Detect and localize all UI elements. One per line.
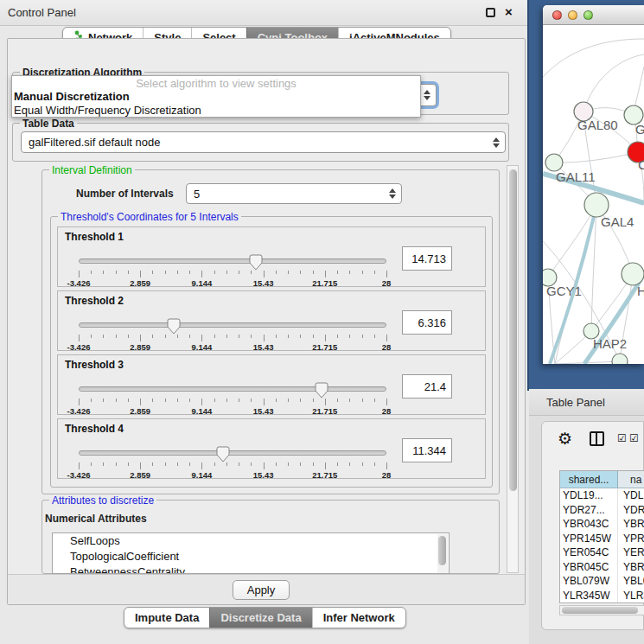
table-horizontal-scrollbar[interactable] [559,605,644,615]
slider-ticks [79,271,386,277]
network-node[interactable] [584,193,609,217]
node-table[interactable]: shared... na YDL19...YDL1YDR27...YDR2YBR… [559,470,644,603]
threshold-slider[interactable] [79,445,386,462]
network-window-titlebar [543,5,644,25]
tab-discretize-data-label: Discretize Data [220,611,301,624]
network-node-label: GAL80 [577,118,618,132]
table-panel-titlebar: Table Panel [529,389,644,416]
threshold-value-field[interactable]: 11.344 [402,438,452,462]
number-of-intervals-value: 5 [194,188,200,201]
network-node-label: C [638,157,644,172]
slider-track[interactable] [79,386,386,392]
slider-tick-labels: -3.4262.8599.14415.4321.71528 [79,470,386,480]
combo-stepper-icon [424,90,430,100]
threshold-label: Threshold 3 [65,359,124,371]
table-row[interactable]: YBR043CYBR0 [560,517,644,532]
slider-handle-icon[interactable] [167,318,181,335]
table-data-group-label: Table Data [20,118,77,130]
apply-button[interactable]: Apply [233,580,290,600]
attribute-list-item[interactable]: SelfLoops [53,533,449,549]
network-node[interactable] [545,154,563,171]
slider-handle-icon[interactable] [249,254,263,271]
table-row[interactable]: YIL052CYIL0 [560,603,644,603]
close-traffic-light-icon[interactable] [552,10,562,20]
table-row[interactable]: YLR345WYLR3 [560,589,644,603]
threshold-value-field[interactable]: 6.316 [402,310,452,335]
tab-infer-network[interactable]: Infer Network [312,608,405,628]
table-panel-inner: ⚙ ☑ ☑ shared... na YDL19...YDL1YDR27...Y… [541,421,644,630]
column-header-name[interactable]: na [618,471,644,488]
table-panel-toolbar: ⚙ ☑ ☑ [542,422,644,456]
panel-title: Control Panel [8,6,76,19]
threshold-label: Threshold 4 [65,423,124,435]
threshold-slider[interactable] [79,253,386,271]
gear-icon[interactable]: ⚙ [558,429,572,449]
table-data-combo-value: galFiltered.sif default node [29,136,160,149]
slider-track[interactable] [79,322,386,328]
numerical-attributes-list[interactable]: SelfLoopsTopologicalCoefficientBetweenne… [52,532,450,574]
apply-bar: Apply [8,574,525,604]
slider-tick-labels: -3.4262.8599.14415.4321.71528 [79,406,386,416]
tab-impute-data[interactable]: Impute Data [124,608,209,628]
table-panel-title: Table Panel [546,396,605,409]
threshold-slider[interactable] [79,317,386,335]
tab-discretize-data[interactable]: Discretize Data [209,608,311,628]
dropdown-placeholder-item[interactable]: Select algorithm to view settings [12,76,420,90]
table-row[interactable]: YDR27...YDR2 [560,503,644,518]
threshold-row: Threshold 3 -3.4262.8599.14415.4321.7152… [57,354,486,415]
checkbox-icon[interactable]: ☑ [617,432,627,444]
slider-ticks [79,399,386,405]
control-panel-titlebar: Control Panel × [0,0,527,26]
threshold-slider[interactable] [79,381,386,399]
threshold-label: Threshold 2 [65,295,124,307]
slider-tick-labels: -3.4262.8599.14415.4321.71528 [79,278,386,288]
dropdown-item-equal-width-frequency[interactable]: Equal Width/Frequency Discretization [12,104,420,118]
slider-tick-labels: -3.4262.8599.14415.4321.71528 [79,342,386,352]
scrollbar-thumb[interactable] [438,536,446,565]
column-header-shared-name[interactable]: shared... [560,471,618,488]
slider-track[interactable] [79,450,386,456]
table-row[interactable]: YBR045CYBR0 [560,560,644,575]
checkbox-icon[interactable]: ☑ [629,432,639,444]
algorithm-dropdown-popup: Select algorithm to view settings Manual… [11,75,421,118]
slider-handle-icon[interactable] [315,382,328,399]
attribute-list-item[interactable]: BetweennessCentrality [53,564,449,574]
slider-handle-icon[interactable] [216,446,230,462]
zoom-traffic-light-icon[interactable] [583,10,593,20]
network-node-label: GAL4 [601,214,634,229]
network-canvas[interactable]: GAL80G.CGAL11GAL4GCY1HHAP2 [543,25,644,364]
bottom-tab-bar: Impute Data Discretize Data Infer Networ… [124,607,406,628]
tab-impute-data-label: Impute Data [135,611,199,624]
settings-scrollbar[interactable] [507,165,519,573]
table-row[interactable]: YER054CYER0 [560,545,644,560]
table-data-combobox[interactable]: galFiltered.sif default node [21,131,506,153]
column-layout-icon[interactable] [590,431,604,446]
threshold-value-field[interactable]: 21.4 [402,374,452,399]
threshold-row: Threshold 2 -3.4262.8599.14415.4321.7152… [57,290,486,351]
threshold-value-field[interactable]: 14.713 [402,246,452,271]
slider-ticks [79,462,386,469]
table-row[interactable]: YPR145WYPR1 [560,532,644,546]
network-node-label: G. [635,122,644,137]
attributes-group-label: Attributes to discretize [49,494,156,507]
network-node-label: GCY1 [546,284,582,298]
attributes-list-scrollbar[interactable] [437,534,448,574]
attribute-list-item[interactable]: TopologicalCoefficient [53,549,449,564]
combo-stepper-icon [493,137,500,148]
close-icon[interactable]: × [505,4,513,19]
network-node-label: GAL11 [556,169,596,184]
table-row[interactable]: YDL19...YDL1 [560,488,644,503]
threshold-row: Threshold 4 -3.4262.8599.14415.4321.7152… [57,418,486,479]
minimize-traffic-light-icon[interactable] [568,10,577,20]
combo-stepper-icon [389,188,396,199]
slider-track[interactable] [79,258,386,264]
dropdown-item-manual-discretization[interactable]: Manual Discretization [12,90,420,104]
scrollbar-thumb[interactable] [562,607,638,614]
interval-definition-group-label: Interval Definition [49,164,135,176]
network-node[interactable] [622,263,644,285]
network-node[interactable] [612,354,628,364]
scrollbar-thumb[interactable] [509,169,517,491]
number-of-intervals-combobox[interactable]: 5 [186,183,402,204]
float-window-icon[interactable] [486,8,495,17]
table-row[interactable]: YBL079WYBL0 [560,574,644,589]
